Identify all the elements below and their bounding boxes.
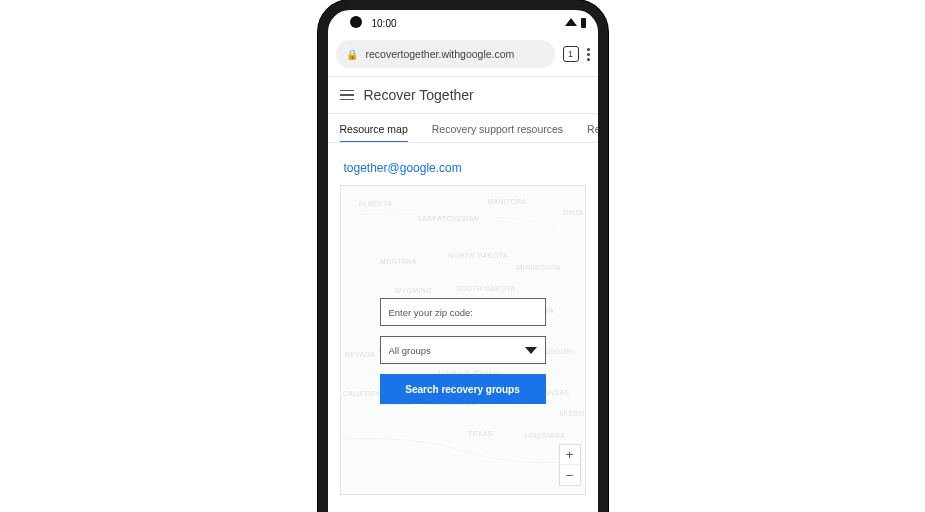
search-form: Enter your zip code: All groups Search r… (380, 298, 546, 404)
svg-text:MINNESOTA: MINNESOTA (516, 264, 560, 271)
svg-text:MANITOBA: MANITOBA (487, 198, 526, 205)
search-button-label: Search recovery groups (405, 384, 520, 395)
zip-placeholder: Enter your zip code: (389, 307, 474, 318)
contact-email-link[interactable]: together@google.com (344, 161, 462, 175)
lock-icon: 🔒 (346, 49, 358, 60)
map-container[interactable]: ALBERTA SASKATCHEWAN MANITOBA ONTARIO MO… (340, 185, 586, 495)
app-header: Recover Together (328, 77, 598, 114)
tab-label: Resource map (340, 123, 408, 135)
tab-count-value: 1 (568, 49, 573, 59)
tab-label: Recove (587, 123, 597, 135)
svg-text:ALBERTA: ALBERTA (358, 200, 392, 207)
svg-text:TEXAS: TEXAS (467, 430, 492, 437)
tab-strip: Resource map Recovery support resources … (328, 114, 598, 143)
chevron-down-icon (525, 347, 537, 354)
phone-frame: 10:00 🔒 recovertogether.withgoogle.com 1… (318, 0, 608, 512)
tab-partial[interactable]: Recove (575, 114, 597, 142)
tab-resource-map[interactable]: Resource map (328, 114, 420, 142)
status-bar: 10:00 (328, 10, 598, 36)
svg-text:LOUISIANA: LOUISIANA (524, 432, 565, 439)
group-selected-value: All groups (389, 345, 431, 356)
svg-text:NEVADA: NEVADA (344, 351, 375, 358)
app-title: Recover Together (364, 87, 474, 103)
group-select[interactable]: All groups (380, 336, 546, 364)
page-content: together@google.com ALBERTA SASKATCHEWAN… (328, 143, 598, 507)
url-bar[interactable]: 🔒 recovertogether.withgoogle.com (336, 40, 555, 68)
tab-recovery-support[interactable]: Recovery support resources (420, 114, 575, 142)
zoom-in-button[interactable]: + (560, 445, 580, 465)
svg-text:MONTANA: MONTANA (380, 258, 417, 265)
svg-text:NORTH DAKOTA: NORTH DAKOTA (448, 252, 507, 259)
svg-text:WYOMING: WYOMING (394, 287, 432, 294)
camera-hole (350, 16, 362, 28)
svg-text:SOUTH DAKOTA: SOUTH DAKOTA (456, 285, 515, 292)
svg-text:SASKATCHEWAN: SASKATCHEWAN (417, 215, 479, 222)
zoom-out-button[interactable]: − (560, 465, 580, 485)
svg-text:ONTARIO: ONTARIO (563, 209, 584, 216)
tab-label: Recovery support resources (432, 123, 563, 135)
status-time: 10:00 (372, 18, 397, 29)
tab-switcher[interactable]: 1 (563, 46, 579, 62)
zoom-control: + − (559, 444, 581, 486)
hamburger-icon[interactable] (340, 90, 354, 101)
url-text: recovertogether.withgoogle.com (366, 48, 515, 60)
search-button[interactable]: Search recovery groups (380, 374, 546, 404)
battery-icon (581, 18, 586, 28)
browser-toolbar: 🔒 recovertogether.withgoogle.com 1 (328, 36, 598, 77)
svg-text:MISSISSIPPI: MISSISSIPPI (559, 410, 584, 417)
wifi-icon (565, 18, 577, 26)
more-menu-icon[interactable] (587, 48, 590, 61)
zip-code-input[interactable]: Enter your zip code: (380, 298, 546, 326)
